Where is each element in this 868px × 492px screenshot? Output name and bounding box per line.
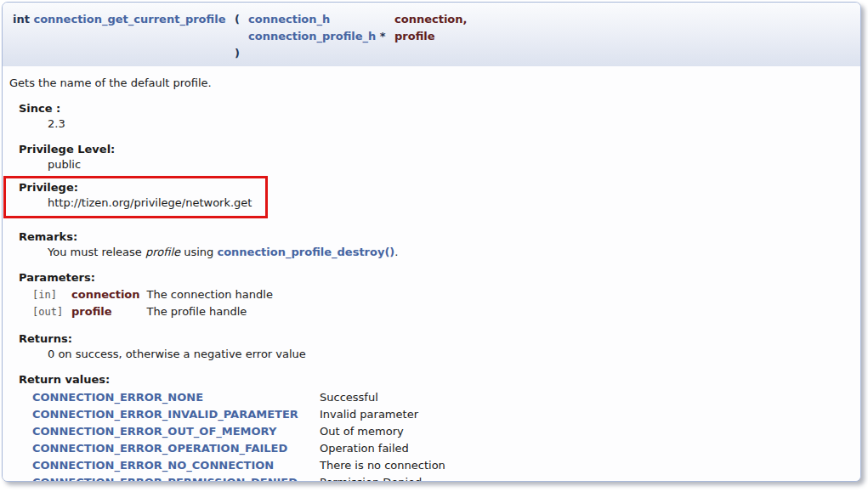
- privilege-url: http://tizen.org/privilege/network.get: [48, 196, 252, 210]
- param-direction: [in]: [29, 286, 68, 303]
- function-description: Gets the name of the default profile.: [9, 76, 852, 90]
- return-type: int: [13, 13, 30, 25]
- returns-section: Returns: 0 on success, otherwise a negat…: [19, 332, 852, 361]
- return-value-description: Operation failed: [316, 440, 449, 457]
- return-value-description: There is no connection: [316, 457, 449, 474]
- return-value-description: Out of memory: [316, 423, 449, 440]
- remarks-destroy-link[interactable]: connection_profile_destroy(): [217, 246, 394, 258]
- parameters-table: [in] connection The connection handle [o…: [29, 286, 276, 320]
- parameters-section: Parameters: [in] connection The connecti…: [19, 271, 852, 320]
- return-value-row: CONNECTION_ERROR_NONE Successful: [29, 389, 449, 406]
- return-value-row: CONNECTION_ERROR_PERMISSION_DENIED Permi…: [29, 474, 449, 482]
- return-value-link[interactable]: CONNECTION_ERROR_NONE: [32, 391, 203, 404]
- privilege-level-value: public: [48, 158, 852, 172]
- since-section: Since : 2.3: [19, 102, 852, 131]
- since-label: Since :: [19, 102, 852, 116]
- privilege-section: Privilege: http://tizen.org/privilege/ne…: [19, 181, 252, 210]
- function-signature: int connection_get_current_profile ( con…: [3, 3, 860, 66]
- param-type-link-connection-profile-h[interactable]: connection_profile_h: [248, 30, 376, 42]
- function-doc-body: Gets the name of the default profile. Si…: [3, 66, 860, 482]
- return-value-row: CONNECTION_ERROR_INVALID_PARAMETER Inval…: [29, 406, 449, 423]
- return-value-link[interactable]: CONNECTION_ERROR_OUT_OF_MEMORY: [32, 425, 276, 438]
- remarks-label: Remarks:: [19, 230, 852, 244]
- remarks-text: You must release profile using connectio…: [48, 246, 852, 259]
- returns-value: 0 on success, otherwise a negative error…: [48, 348, 852, 361]
- returns-label: Returns:: [19, 332, 852, 346]
- signature-table: int connection_get_current_profile ( con…: [10, 11, 469, 62]
- return-value-row: CONNECTION_ERROR_NO_CONNECTION There is …: [29, 457, 449, 474]
- param-name-profile: profile: [392, 28, 469, 45]
- privilege-label: Privilege:: [19, 181, 252, 195]
- privilege-highlight-rectangle: Privilege: http://tizen.org/privilege/ne…: [3, 176, 268, 218]
- return-value-link[interactable]: CONNECTION_ERROR_OPERATION_FAILED: [32, 442, 287, 455]
- close-paren: ): [232, 45, 246, 62]
- since-value: 2.3: [48, 117, 852, 131]
- function-name-link[interactable]: connection_get_current_profile: [33, 13, 225, 25]
- return-values-label: Return values:: [19, 373, 852, 387]
- signature-row-2: connection_profile_h * profile: [10, 28, 469, 45]
- param-row: [out] profile The profile handle: [29, 303, 276, 320]
- return-value-link[interactable]: CONNECTION_ERROR_INVALID_PARAMETER: [32, 408, 298, 421]
- privilege-level-label: Privilege Level:: [19, 143, 852, 156]
- return-value-description: Successful: [316, 389, 449, 406]
- privilege-level-section: Privilege Level: public: [19, 143, 852, 172]
- return-values-section: Return values: CONNECTION_ERROR_NONE Suc…: [19, 373, 852, 482]
- remarks-section: Remarks: You must release profile using …: [19, 230, 852, 259]
- param-description: The connection handle: [144, 286, 276, 303]
- signature-row-3: ): [10, 45, 469, 62]
- remarks-text-middle: using: [180, 246, 217, 258]
- doc-page: int connection_get_current_profile ( con…: [0, 0, 868, 492]
- return-value-description: Permission Denied: [316, 474, 449, 482]
- remarks-text-after: .: [394, 246, 398, 258]
- param-name: connection: [68, 286, 144, 303]
- return-value-row: CONNECTION_ERROR_OPERATION_FAILED Operat…: [29, 440, 449, 457]
- param-type-suffix: *: [376, 30, 385, 42]
- parameters-label: Parameters:: [19, 271, 852, 285]
- return-value-link[interactable]: CONNECTION_ERROR_NO_CONNECTION: [32, 459, 274, 472]
- param-type-link-connection-h[interactable]: connection_h: [248, 13, 330, 25]
- param-name: profile: [68, 303, 144, 320]
- signature-row-1: int connection_get_current_profile ( con…: [10, 11, 469, 28]
- open-paren: (: [232, 11, 246, 28]
- return-value-description: Invalid parameter: [316, 406, 449, 423]
- remarks-param-ref: profile: [145, 246, 180, 258]
- return-value-row: CONNECTION_ERROR_OUT_OF_MEMORY Out of me…: [29, 423, 449, 440]
- param-row: [in] connection The connection handle: [29, 286, 276, 303]
- return-value-link[interactable]: CONNECTION_ERROR_PERMISSION_DENIED: [32, 476, 298, 482]
- return-values-table: CONNECTION_ERROR_NONE Successful CONNECT…: [29, 389, 449, 482]
- function-doc-card: int connection_get_current_profile ( con…: [2, 2, 861, 482]
- param-direction: [out]: [29, 303, 68, 320]
- param-description: The profile handle: [144, 303, 276, 320]
- remarks-text-before: You must release: [48, 246, 145, 258]
- param-name-connection: connection,: [392, 11, 469, 28]
